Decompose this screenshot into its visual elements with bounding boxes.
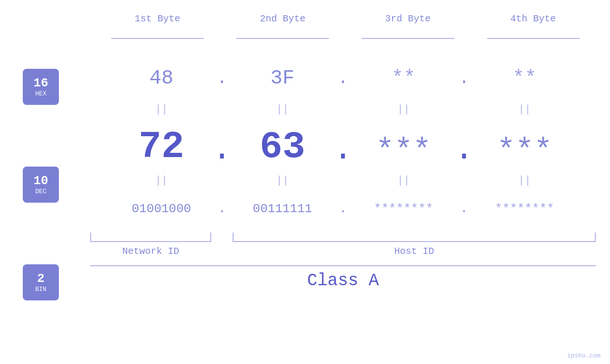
bin-period-2-icon: . [339, 202, 347, 216]
hex-sep-1: . [209, 69, 235, 88]
eq1-sign-4: || [518, 103, 531, 115]
hex-value-1: 48 [150, 67, 173, 90]
hex-row: 48 . 3F . ** . ** [90, 57, 596, 100]
eq1-byte4: || [477, 103, 572, 115]
eq1-sign-2: || [276, 103, 289, 115]
hex-sep-3: . [451, 69, 477, 88]
dec-value-2: 63 [260, 125, 305, 168]
host-id-label: Host ID [233, 246, 596, 257]
hex-period-2-icon: . [338, 69, 348, 88]
bin-sep-2: . [330, 202, 356, 216]
top-brackets [95, 38, 596, 39]
eq1-sign-3: || [397, 103, 410, 115]
bin-byte2: 00111111 [235, 202, 330, 216]
class-label: Class A [90, 271, 596, 290]
bracket-byte4 [487, 38, 580, 39]
hex-byte2: 3F [235, 67, 330, 90]
bracket-byte1 [111, 38, 204, 39]
bin-base-label: BIN [35, 286, 46, 293]
bin-byte3: ******** [356, 202, 451, 216]
host-bracket [233, 233, 596, 242]
bin-base-number: 2 [37, 272, 45, 285]
bin-period-3-icon: . [460, 202, 468, 216]
equals-row-2: || || || || [90, 171, 596, 190]
eq2-sign-3: || [397, 175, 410, 187]
bracket-byte3 [362, 38, 454, 39]
bin-period-1-icon: . [218, 202, 226, 216]
dec-byte1: 72 [114, 125, 209, 168]
byte-label-2: 2nd Byte [235, 13, 330, 24]
dec-row: 72 . 63 . *** . *** [90, 119, 596, 171]
bin-value-4: ******** [495, 202, 554, 216]
id-labels-row: Network ID Host ID [90, 246, 596, 257]
eq2-byte2: || [235, 175, 330, 187]
equals-row-1: || || || || [90, 100, 596, 119]
dec-period-3-icon: . [454, 131, 474, 168]
eq1-sign-1: || [155, 103, 168, 115]
hex-badge: 16 HEX [23, 69, 59, 105]
dec-sep-3: . [451, 131, 477, 168]
dec-sep-2: . [330, 131, 356, 168]
dec-byte2: 63 [235, 125, 330, 168]
watermark: ipshu.com [567, 352, 601, 359]
dec-period-2-icon: . [333, 131, 353, 168]
hex-byte1: 48 [114, 67, 209, 90]
hex-byte4: ** [477, 67, 572, 90]
bin-value-2: 00111111 [253, 202, 312, 216]
eq2-sign-1: || [155, 175, 168, 187]
dec-byte4: *** [477, 133, 572, 168]
bin-row: 01001000 . 00111111 . ******** . *******… [90, 190, 596, 228]
bin-value-1: 01001000 [132, 202, 191, 216]
dec-base-label: DEC [35, 188, 46, 195]
network-id-label: Network ID [90, 246, 211, 257]
byte-label-4: 4th Byte [486, 13, 581, 24]
eq2-byte3: || [356, 175, 451, 187]
hex-base-number: 16 [33, 77, 48, 89]
byte-label-3: 3rd Byte [360, 13, 455, 24]
dec-value-1: 72 [139, 125, 184, 168]
dec-byte3: *** [356, 133, 451, 168]
hex-period-3-icon: . [459, 69, 469, 88]
class-section: Class A [90, 265, 596, 290]
eq1-byte2: || [235, 103, 330, 115]
dec-value-4: *** [497, 133, 552, 168]
bin-sep-3: . [451, 202, 477, 216]
bin-byte1: 01001000 [114, 202, 209, 216]
hex-base-label: HEX [35, 90, 46, 97]
hex-byte3: ** [356, 67, 451, 90]
eq2-byte4: || [477, 175, 572, 187]
bin-sep-1: . [209, 202, 235, 216]
byte-label-1: 1st Byte [110, 13, 205, 24]
eq1-byte1: || [114, 103, 209, 115]
bin-badge: 2 BIN [23, 264, 59, 300]
data-rows: 48 . 3F . ** . ** || [90, 57, 596, 290]
eq1-byte3: || [356, 103, 451, 115]
main-container: 1st Byte 2nd Byte 3rd Byte 4th Byte 16 H… [0, 0, 610, 364]
dec-badge: 10 DEC [23, 167, 59, 203]
dec-value-3: *** [375, 133, 431, 168]
dec-sep-1: . [209, 131, 235, 168]
dec-period-1-icon: . [212, 131, 232, 168]
bin-value-3: ******** [374, 202, 433, 216]
bracket-byte2 [236, 38, 329, 39]
hex-sep-2: . [330, 69, 356, 88]
dec-base-number: 10 [33, 175, 48, 187]
base-badges: 16 HEX 10 DEC 2 BIN [23, 69, 59, 300]
class-line [90, 265, 596, 266]
hex-value-3: ** [392, 67, 415, 90]
eq2-sign-4: || [518, 175, 531, 187]
hex-value-2: 3F [271, 67, 294, 90]
bin-byte4: ******** [477, 202, 572, 216]
hex-period-1-icon: . [217, 69, 227, 88]
eq2-sign-2: || [276, 175, 289, 187]
eq2-byte1: || [114, 175, 209, 187]
hex-value-4: ** [513, 67, 536, 90]
id-brackets-row [90, 233, 596, 242]
network-bracket [90, 233, 211, 242]
byte-labels-row: 1st Byte 2nd Byte 3rd Byte 4th Byte [95, 13, 596, 24]
